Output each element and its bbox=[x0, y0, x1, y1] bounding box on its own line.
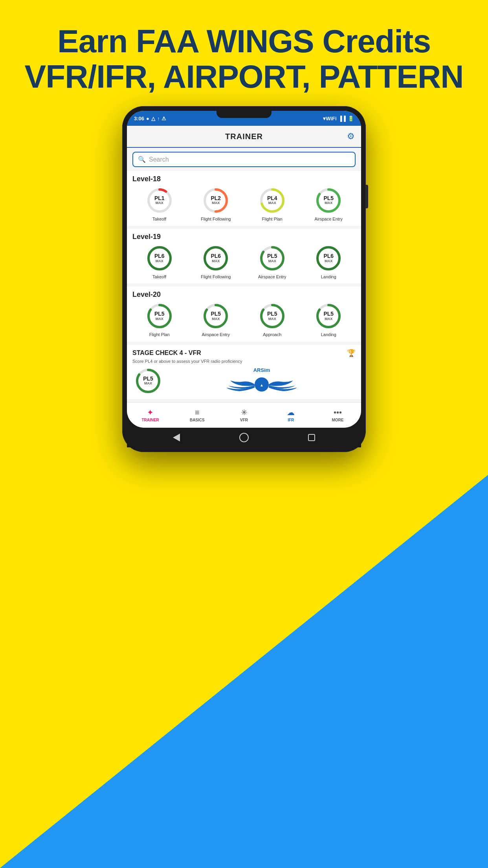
phone-wrapper: 3:06 ● △ ↑ ⚠ ▾WiFi ▐▐ 🔋 TRAINER ⚙ bbox=[122, 106, 366, 452]
basics-icon: ≡ bbox=[195, 408, 200, 417]
background-triangle bbox=[0, 475, 488, 868]
circle-pl5-20-land: PL5 MAX bbox=[314, 302, 343, 330]
level-20-landing[interactable]: PL5 MAX Landing bbox=[302, 302, 356, 337]
circle-pl5-19-max: MAX bbox=[267, 259, 277, 263]
level-20-approach[interactable]: PL5 MAX Approach bbox=[245, 302, 299, 337]
recent-button[interactable] bbox=[307, 433, 316, 442]
circle-pl5-20-app: PL5 MAX bbox=[258, 302, 286, 330]
app-header: TRAINER ⚙ bbox=[127, 126, 361, 148]
level-19-airspace[interactable]: PL5 MAX Airspace Entry bbox=[245, 244, 299, 280]
level-20-airspace[interactable]: PL5 MAX Airspace Entry bbox=[189, 302, 243, 337]
stage-check-title: STAGE CHECK 4 - VFR bbox=[132, 349, 201, 357]
circle-pl4-max: MAX bbox=[267, 202, 277, 206]
circle-pl1: PL1 MAX bbox=[145, 186, 174, 215]
header-text: Earn FAA WINGS Credits VFR/IFR, AIRPORT,… bbox=[0, 24, 488, 94]
circle-pl5-18-label: PL5 bbox=[323, 195, 334, 201]
stage-check-header: STAGE CHECK 4 - VFR 🏆 bbox=[132, 349, 356, 357]
level-20-title: Level-20 bbox=[132, 291, 356, 299]
status-triangle: △ bbox=[151, 116, 155, 121]
status-time: 3:06 bbox=[134, 116, 144, 121]
level-18-flight-following[interactable]: PL2 MAX Flight Following bbox=[189, 186, 243, 222]
label-takeoff-19: Takeoff bbox=[152, 274, 166, 280]
level-18-title: Level-18 bbox=[132, 175, 356, 183]
search-placeholder: Search bbox=[149, 156, 169, 163]
label-fp-20: Flight Plan bbox=[149, 332, 170, 337]
circle-pl5-20-fp-label: PL5 bbox=[154, 311, 165, 317]
circle-pl6-to: PL6 MAX bbox=[145, 244, 174, 272]
arsim-brand: ARSim bbox=[253, 367, 270, 373]
trophy-icon: 🏆 bbox=[347, 349, 356, 357]
level-19-section: Level-19 PL6 MAX bbox=[127, 229, 361, 283]
label-airspace-20: Airspace Entry bbox=[202, 332, 230, 337]
circle-pl6-to-max: MAX bbox=[154, 259, 165, 263]
level-19-takeoff[interactable]: PL6 MAX Takeoff bbox=[132, 244, 187, 280]
circle-pl5-18-max: MAX bbox=[323, 202, 334, 206]
wings-emblem: ▲ bbox=[222, 375, 301, 394]
trainer-label: TRAINER bbox=[141, 418, 159, 422]
circle-pl6-to-label: PL6 bbox=[154, 254, 165, 259]
status-dot: ● bbox=[146, 116, 149, 121]
circle-pl5-20-air-label: PL5 bbox=[211, 311, 221, 317]
app-title: TRAINER bbox=[225, 132, 263, 141]
level-20-fp[interactable]: PL5 MAX Flight Plan bbox=[132, 302, 187, 337]
level-19-landing[interactable]: PL6 MAX Landing bbox=[302, 244, 356, 280]
nav-more[interactable]: ••• MORE bbox=[314, 408, 361, 422]
stage-check-body: PL5 MAX ARSim ▲ bbox=[132, 367, 356, 395]
label-airspace-19: Airspace Entry bbox=[258, 274, 286, 280]
circle-pl5-20-land-label: PL5 bbox=[323, 311, 334, 317]
header-line2: VFR/IFR, AIRPORT, PATTERN bbox=[0, 59, 488, 94]
circle-pl2-max: MAX bbox=[211, 202, 221, 206]
circle-pl5-19-label: PL5 bbox=[267, 254, 277, 259]
home-button[interactable] bbox=[239, 433, 249, 442]
circle-pl6-land: PL6 MAX bbox=[314, 244, 343, 272]
circle-pl5-20-fp-max: MAX bbox=[154, 317, 165, 321]
circle-pl5-20-air: PL5 MAX bbox=[202, 302, 230, 330]
level-18-items: PL1 MAX Takeoff bbox=[132, 186, 356, 222]
content-area: Level-18 PL1 MAX bbox=[127, 171, 361, 402]
gear-icon[interactable]: ⚙ bbox=[347, 131, 355, 142]
circle-pl5-20-land-max: MAX bbox=[323, 317, 334, 321]
search-container: 🔍 Search bbox=[127, 148, 361, 171]
level-18-flight-plan[interactable]: PL4 MAX Flight Plan bbox=[245, 186, 299, 222]
level-18-section: Level-18 PL1 MAX bbox=[127, 171, 361, 226]
bottom-navigation: ✦ TRAINER ≡ BASICS ✳ VFR ☁ IFR ••• MOR bbox=[127, 402, 361, 428]
circle-pl6-land-label: PL6 bbox=[323, 254, 334, 259]
nav-ifr[interactable]: ☁ IFR bbox=[268, 408, 314, 422]
circle-pl5-20-app-label: PL5 bbox=[267, 311, 277, 317]
circle-stage-pl-label: PL5 bbox=[143, 376, 153, 382]
search-icon: 🔍 bbox=[138, 156, 146, 163]
label-landing-20: Landing bbox=[321, 332, 336, 337]
arsim-logo: ARSim ▲ bbox=[168, 367, 356, 394]
circle-pl2: PL2 MAX bbox=[202, 186, 230, 215]
circle-stage-pl5: PL5 MAX bbox=[134, 367, 162, 395]
nav-basics[interactable]: ≡ BASICS bbox=[174, 408, 220, 422]
header-line1: Earn FAA WINGS Credits bbox=[0, 24, 488, 59]
phone-screen: 3:06 ● △ ↑ ⚠ ▾WiFi ▐▐ 🔋 TRAINER ⚙ bbox=[127, 111, 361, 428]
level-19-ff[interactable]: PL6 MAX Flight Following bbox=[189, 244, 243, 280]
status-signal: ▐▐ bbox=[339, 116, 346, 121]
svg-text:▲: ▲ bbox=[260, 383, 264, 387]
nav-trainer[interactable]: ✦ TRAINER bbox=[127, 408, 174, 422]
label-ff-18: Flight Following bbox=[201, 217, 231, 222]
level-18-takeoff[interactable]: PL1 MAX Takeoff bbox=[132, 186, 187, 222]
circle-pl4: PL4 MAX bbox=[258, 186, 286, 215]
level-18-airspace[interactable]: PL5 MAX Airspace Entry bbox=[302, 186, 356, 222]
back-button[interactable] bbox=[172, 433, 181, 442]
circle-pl2-label: PL2 bbox=[211, 195, 221, 201]
more-icon: ••• bbox=[334, 408, 342, 417]
label-ff-19: Flight Following bbox=[201, 274, 231, 280]
label-fp-18: Flight Plan bbox=[262, 217, 283, 222]
circle-pl6-ff: PL6 MAX bbox=[202, 244, 230, 272]
level-20-items: PL5 MAX Flight Plan bbox=[132, 302, 356, 337]
circle-pl1-label: PL1 bbox=[154, 195, 165, 201]
stage-check-pl5[interactable]: PL5 MAX bbox=[132, 367, 164, 395]
status-right: ▾WiFi ▐▐ 🔋 bbox=[323, 116, 354, 121]
level-19-title: Level-19 bbox=[132, 233, 356, 241]
status-left: 3:06 ● △ ↑ ⚠ bbox=[134, 116, 166, 121]
label-airspace-18: Airspace Entry bbox=[314, 217, 343, 222]
circle-pl6-land-max: MAX bbox=[323, 259, 334, 263]
search-bar[interactable]: 🔍 Search bbox=[132, 152, 356, 167]
nav-vfr[interactable]: ✳ VFR bbox=[220, 408, 267, 422]
label-approach-20: Approach bbox=[263, 332, 281, 337]
level-19-items: PL6 MAX Takeoff bbox=[132, 244, 356, 280]
